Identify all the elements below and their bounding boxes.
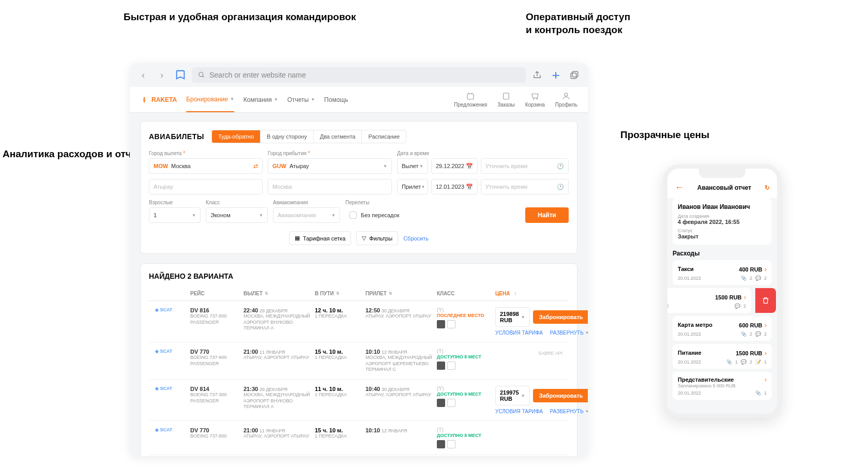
baggage-icon	[437, 320, 445, 328]
chevron-right-icon: ›	[765, 376, 767, 383]
nav-company[interactable]: Компания▼	[243, 88, 278, 112]
delete-button[interactable]	[755, 288, 776, 313]
th-class[interactable]: КЛАСС	[437, 291, 491, 296]
refund-icon	[447, 440, 455, 448]
tariff-link[interactable]: УСЛОВИЯ ТАРИФА	[495, 330, 543, 336]
return-from-input[interactable]: Атырау	[149, 179, 263, 194]
address-placeholder: Search or enter website name	[209, 71, 306, 79]
report-info-card: Иванов Иван Иванович Дата создания 4 фев…	[673, 198, 772, 245]
seg-oneway[interactable]: В одну сторону	[261, 130, 314, 143]
flight-row: ◈ SCAT DV 814BOEING 737-300 PASSENGER 21…	[149, 380, 569, 421]
adults-select[interactable]: 1▼	[149, 207, 201, 223]
grid-icon: ▦	[295, 235, 300, 242]
back-button[interactable]: ‹	[136, 68, 150, 82]
header-offers[interactable]: Предложения	[454, 92, 487, 108]
callout-control: Оперативный доступ и контроль поездок	[526, 11, 630, 36]
find-button[interactable]: Найти	[525, 207, 569, 223]
callout-prices: Прозрачные цены	[620, 129, 709, 142]
svg-rect-3	[571, 73, 576, 79]
book-button[interactable]: Забронировать	[533, 389, 588, 402]
seg-schedule[interactable]: Расписание	[362, 130, 406, 143]
chevron-down-icon: ▼	[311, 97, 315, 102]
th-departure[interactable]: ВЫЛЕТ	[243, 291, 311, 296]
phone-back-button[interactable]: ←	[675, 182, 684, 193]
th-duration[interactable]: В ПУТИ	[315, 291, 361, 296]
expense-row[interactable]: Питание1500 RUB ›20.01.2022📎 1 💬 2 📝 1	[673, 344, 772, 369]
depart-date[interactable]: 29.12.2022📅	[431, 158, 478, 174]
callout-trips: Быстрая и удобная организация командиров…	[124, 11, 356, 24]
comment-icon: 💬	[741, 359, 747, 365]
filter-icon: ▽	[362, 235, 366, 242]
header-cart[interactable]: Корзина	[525, 92, 545, 108]
svg-rect-2	[572, 71, 578, 77]
comment-icon: 💬	[755, 276, 761, 281]
svg-rect-4	[467, 94, 474, 100]
clock-icon: 🕐	[557, 163, 564, 170]
report-name: Иванов Иван Иванович	[678, 203, 767, 210]
share-icon[interactable]	[530, 68, 544, 82]
arrive-date[interactable]: 12.01.2023📅	[431, 179, 478, 194]
header-orders[interactable]: Заказы	[497, 92, 514, 108]
refund-icon	[447, 399, 455, 407]
phone-title: Авансовый отчет	[697, 184, 751, 191]
arrive-time[interactable]: Уточнить время🕐	[481, 179, 569, 194]
airline-select[interactable]: Авиакомпания▼	[273, 207, 340, 223]
tariff-grid-button[interactable]: ▦Тарифная сетка	[289, 231, 351, 245]
new-tab-button[interactable]: +	[549, 68, 563, 82]
price-dropdown[interactable]: 219898 RUB ▼	[495, 307, 530, 327]
chevron-right-icon: ›	[744, 294, 746, 301]
bookmarks-icon[interactable]	[173, 68, 188, 82]
phone-mockup: ← Авансовый отчет ↻ Иванов Иван Иванович…	[663, 164, 781, 418]
expense-row[interactable]: Карта метро600 RUB ›20.01.2022📎 2 💬 2	[673, 316, 772, 341]
svg-point-0	[199, 72, 203, 77]
expense-row[interactable]: Такси400 RUB ›20.01.2022📎 2 💬 2	[673, 260, 772, 285]
browser-window: ‹ › Search or enter website name + RAKET…	[130, 63, 588, 456]
clock-icon: 🕐	[557, 184, 564, 190]
price-dropdown[interactable]: 219975 RUB ▼	[495, 386, 530, 405]
seg-multi[interactable]: Два сегмента	[314, 130, 362, 143]
filters-button[interactable]: ▽Фильтры	[356, 231, 398, 245]
date-label: Дата и время	[397, 150, 569, 156]
calendar-icon: 📅	[466, 163, 473, 170]
nav-help[interactable]: Помощь	[324, 88, 348, 112]
return-to-input[interactable]: Москва	[268, 179, 392, 194]
direct-checkbox[interactable]: Без пересадок	[345, 207, 520, 223]
history-icon[interactable]: ↻	[765, 184, 770, 191]
arrive-type[interactable]: Прилет▼	[397, 179, 428, 194]
to-input[interactable]: GUWАтырау▼	[268, 158, 392, 174]
reset-link[interactable]: Сбросить	[403, 231, 429, 245]
header-profile[interactable]: Профиль	[555, 92, 577, 108]
trip-type-segments: Туда-обратно В одну сторону Два сегмента…	[211, 130, 406, 143]
depart-time[interactable]: Уточнить время🕐	[481, 158, 569, 174]
to-label: Город прибытия	[268, 150, 392, 156]
expand-link[interactable]: РАЗВЕРНУТЬ ▼	[550, 330, 588, 336]
swap-icon[interactable]: ⇄	[253, 163, 258, 170]
search-card: АВИАБИЛЕТЫ Туда-обратно В одну сторону Д…	[140, 121, 577, 254]
class-select[interactable]: Эконом▼	[206, 207, 268, 223]
comment-icon: 💬	[755, 332, 761, 337]
chevron-right-icon: ›	[765, 350, 767, 357]
calendar-icon: 📅	[466, 184, 473, 190]
tariff-link[interactable]: УСЛОВИЯ ТАРИФА	[495, 409, 543, 414]
flight-number: DV 816	[190, 307, 239, 313]
expand-link[interactable]: РАЗВЕРНУТЬ ▼	[550, 409, 588, 414]
refund-icon	[447, 320, 455, 328]
logo[interactable]: RAKETA	[140, 96, 177, 104]
th-arrival[interactable]: ПРИЛЕТ	[366, 291, 433, 296]
book-button[interactable]: Забронировать	[533, 310, 588, 324]
flight-number: DV 770	[190, 349, 239, 355]
th-price[interactable]: ЦЕНА ↑	[495, 291, 562, 296]
seg-roundtrip[interactable]: Туда-обратно	[212, 130, 261, 143]
expense-row[interactable]: Представительские›Запланировано 5 000 RU…	[673, 372, 772, 400]
expense-row[interactable]: ние1500 RUB ›.2022 💬 2	[663, 288, 751, 313]
th-flight[interactable]: РЕЙС	[190, 291, 239, 296]
nav-reports[interactable]: Отчеты▼	[287, 88, 315, 112]
flight-row: ◈ SCAT DV 770BOEING 737-800 21:00 11 ЯНВ…	[149, 421, 569, 455]
comment-icon: 💬	[735, 304, 740, 309]
nav-booking[interactable]: Бронирование▼	[186, 87, 234, 112]
address-bar[interactable]: Search or enter website name	[192, 67, 526, 83]
forward-button[interactable]: ›	[155, 68, 169, 82]
from-input[interactable]: MOWМосква⇄	[149, 158, 263, 174]
depart-type[interactable]: Вылет▼	[397, 158, 428, 174]
tabs-icon[interactable]	[567, 68, 582, 82]
